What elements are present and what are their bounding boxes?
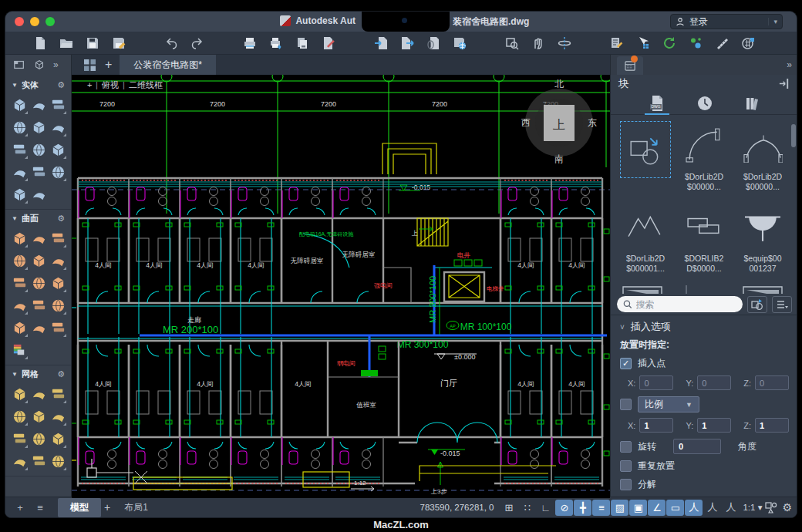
palette-tool-icon[interactable] [10, 184, 29, 206]
palette-tool-icon[interactable] [10, 250, 29, 272]
customization-gear-icon[interactable]: ⚙ [782, 501, 792, 513]
insert-options-header[interactable]: ˅ 插入选项 [620, 320, 789, 334]
selection-cycling-toggle[interactable]: ▣ [629, 500, 647, 516]
angle-snap-toggle[interactable]: ∠ [648, 500, 666, 516]
open-file-icon[interactable] [58, 35, 75, 52]
tub-block-icon[interactable] [742, 283, 783, 294]
sync-icon[interactable] [661, 35, 678, 52]
insertion-point-checkbox[interactable]: ✓ [620, 358, 632, 369]
palette-tool-icon[interactable] [29, 383, 49, 406]
palette-tool-icon[interactable] [29, 428, 49, 450]
current-drawing-block[interactable] [618, 121, 672, 201]
palette-tool-icon[interactable] [49, 450, 68, 473]
minimize-window-button[interactable] [30, 17, 39, 26]
block-search-input[interactable] [636, 299, 736, 310]
polar-tracking-toggle[interactable]: ⊘ [555, 500, 573, 516]
palette-tab[interactable] [617, 56, 643, 75]
block-search[interactable] [617, 296, 743, 312]
palette-section-header[interactable]: ▼曲面⚙ [5, 210, 71, 226]
scale-z-field[interactable] [755, 418, 789, 433]
model-tab[interactable]: 模型 [58, 498, 101, 517]
palette-tool-icon[interactable] [49, 272, 68, 295]
palette-tool-icon[interactable] [49, 383, 68, 406]
tub-block-icon[interactable] [622, 283, 663, 294]
palette-section-header[interactable]: ▼网格⚙ [5, 365, 71, 382]
tab-block-libraries[interactable] [739, 93, 767, 114]
palette-tool-icon[interactable] [10, 339, 29, 362]
save-icon[interactable] [84, 35, 101, 52]
compass-south[interactable]: 南 [554, 153, 564, 164]
transparency-toggle[interactable]: ▨ [611, 500, 628, 516]
export-icon[interactable] [399, 35, 416, 52]
more-icon[interactable]: » [792, 35, 797, 52]
palette-tool-icon[interactable] [49, 428, 68, 450]
insert-z-field[interactable] [755, 375, 789, 390]
repeat-placement-checkbox[interactable] [620, 460, 632, 472]
object-snap-toggle[interactable]: ╋ [574, 500, 591, 516]
palette-tool-icon[interactable] [10, 428, 29, 450]
ortho-mode-toggle[interactable]: ∟ [537, 500, 554, 516]
start-tab-icon[interactable] [84, 59, 96, 71]
palette-tool-icon[interactable] [29, 161, 49, 184]
palette-tool-icon[interactable] [10, 317, 29, 339]
edit-markup-icon[interactable] [320, 35, 337, 52]
workspace-icon[interactable] [765, 501, 779, 513]
measure-icon[interactable] [713, 35, 730, 52]
palette-tool-icon[interactable] [29, 94, 49, 116]
import-icon[interactable] [372, 35, 389, 52]
new-layout-button[interactable]: + [104, 501, 110, 513]
add-palette-icon[interactable]: + [10, 502, 30, 513]
tab-current-drawing[interactable]: DWG [643, 93, 671, 114]
zoom-window-icon[interactable] [504, 35, 521, 52]
auto-hide-icon[interactable] [777, 77, 790, 90]
login-caret-icon[interactable]: ▾ [768, 18, 777, 25]
gear-icon[interactable]: ⚙ [57, 369, 65, 379]
scale-y-field[interactable] [697, 418, 731, 433]
palette-tool-icon[interactable] [10, 295, 29, 317]
compass-east[interactable]: 东 [588, 117, 597, 128]
palette-tool-icon[interactable] [49, 250, 68, 272]
palette-tool-icon[interactable] [49, 94, 68, 116]
palette-tool-icon[interactable] [49, 227, 68, 250]
gear-icon[interactable]: ⚙ [57, 214, 65, 224]
tub-block-icon[interactable] [682, 283, 723, 294]
palette-tool-icon[interactable] [29, 250, 49, 272]
palette-tool-icon[interactable] [29, 227, 49, 250]
insert-x-field[interactable] [639, 375, 673, 390]
palette-tool-icon[interactable] [10, 116, 29, 139]
login-button[interactable]: 登录 ▾ [670, 14, 783, 29]
palette-overflow-icon[interactable]: » [53, 59, 57, 70]
palette-tool-icon[interactable] [29, 450, 49, 473]
compass-top-face[interactable]: 上 [553, 118, 565, 131]
scale-checkbox[interactable] [620, 399, 632, 410]
equipment-block[interactable]: $equip$00001237 [736, 203, 790, 283]
palette-tool-icon[interactable] [29, 184, 49, 206]
tab-recent-blocks[interactable] [691, 93, 719, 114]
viewport-icon[interactable] [13, 59, 25, 71]
palette-tool-icon[interactable] [10, 406, 29, 428]
selection-info-icon[interactable] [635, 35, 652, 52]
undo-icon[interactable] [163, 35, 180, 52]
annotation-scale-toggle[interactable]: 人 [722, 500, 740, 516]
gallery-view-button[interactable] [772, 296, 792, 313]
close-window-button[interactable] [15, 17, 24, 26]
palette-tool-icon[interactable] [49, 161, 68, 184]
new-drawing-tab-button[interactable]: + [105, 58, 112, 72]
properties-icon[interactable] [608, 35, 625, 52]
share-view-icon[interactable] [740, 35, 757, 52]
palette-tool-icon[interactable] [10, 383, 29, 406]
annotation-scale-value[interactable]: 1:1 ▾ [743, 502, 762, 513]
palette-tool-icon[interactable] [49, 116, 68, 139]
gallery-scrollbar[interactable] [791, 124, 796, 147]
palette-tool-icon[interactable] [29, 406, 49, 428]
compass-west[interactable]: 西 [521, 117, 531, 128]
layout1-tab[interactable]: 布局1 [113, 498, 159, 517]
ridge-block[interactable]: $DorLib2D$000001... [618, 203, 672, 283]
lineweight-display-toggle[interactable]: ≡ [592, 500, 610, 516]
door-block[interactable]: $DorLib2D$00000... [677, 121, 731, 201]
annotation-visibility-toggle[interactable]: 人 [685, 500, 703, 516]
palette-tool-icon[interactable] [49, 317, 68, 339]
copy-clipboard-icon[interactable] [294, 35, 311, 52]
viewport-view-control[interactable]: 俯视 [101, 80, 119, 89]
palette-tool-icon[interactable] [49, 295, 68, 317]
